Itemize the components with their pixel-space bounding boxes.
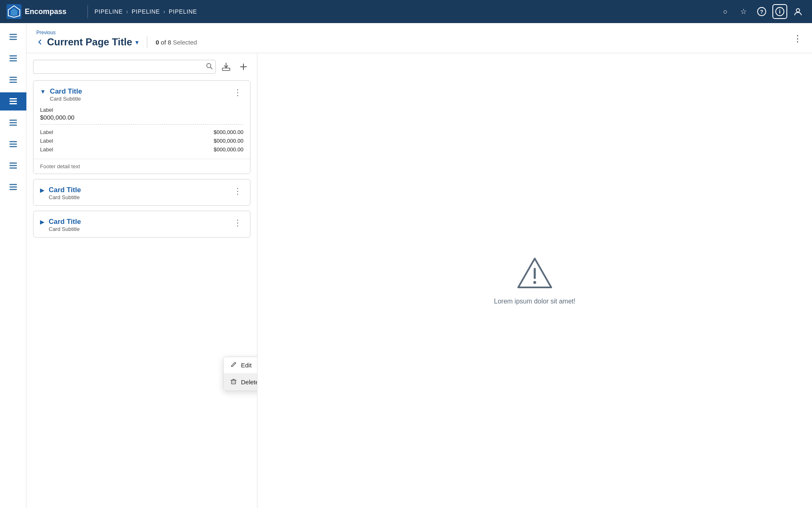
card-1-row-2-value: $000,000.00	[214, 138, 243, 144]
svg-rect-23	[9, 141, 17, 142]
card-1-body: Label $000,000.00 Label $000,000.00 Labe…	[33, 107, 250, 159]
svg-rect-16	[9, 82, 17, 83]
selection-selected-text: Selected	[173, 39, 197, 46]
svg-line-33	[210, 67, 212, 69]
svg-rect-27	[9, 165, 17, 166]
page-title-row: Current Page Title ▾ 0 of 8 Selected	[36, 36, 197, 48]
breadcrumb-item-2[interactable]: PIPELINE	[132, 8, 160, 15]
card-2-header-left: ▶ Card Title Card Subtitle	[40, 186, 81, 200]
context-menu-edit[interactable]: Edit	[224, 357, 257, 373]
svg-rect-30	[9, 186, 17, 188]
svg-rect-12	[9, 58, 17, 59]
sidebar-item-2[interactable]	[4, 49, 22, 68]
title-divider	[147, 36, 147, 48]
sidebar-item-6[interactable]	[4, 135, 22, 153]
sidebar-item-3[interactable]	[4, 71, 22, 89]
selection-info: 0 of 8 Selected	[156, 39, 197, 46]
sidebar-item-7[interactable]	[4, 157, 22, 175]
search-input[interactable]	[33, 60, 216, 74]
svg-rect-26	[9, 162, 17, 164]
breadcrumb-item-1[interactable]: PIPELINE	[94, 8, 123, 15]
search-toolbar	[33, 60, 250, 74]
warning-text: Lorem ipsum dolor sit amet!	[494, 298, 575, 305]
card-1-row-3-label: Label	[40, 146, 53, 153]
context-menu: Edit Delete ☞	[223, 357, 257, 391]
info-nav-button[interactable]: i	[772, 4, 787, 19]
card-1-row-2-label: Label	[40, 138, 53, 144]
table-row: Label $000,000.00	[40, 145, 243, 154]
card-1-title-block: Card Title Card Subtitle	[50, 87, 82, 102]
svg-rect-21	[9, 122, 17, 123]
sidebar-item-5[interactable]	[4, 114, 22, 132]
card-1-row-1-value: $000,000.00	[214, 129, 243, 135]
search-icon-button[interactable]	[206, 63, 212, 71]
table-row: Label $000,000.00	[40, 128, 243, 136]
card-3-more-button[interactable]: ⋮	[232, 218, 243, 228]
card-2-title-block: Card Title Card Subtitle	[49, 186, 81, 200]
left-sidebar	[0, 23, 26, 508]
page-header-top: Previous Current Page Title ▾ 0 of 8	[36, 30, 802, 53]
card-1-more-button[interactable]: ⋮	[232, 87, 243, 97]
previous-link[interactable]: Previous	[36, 30, 197, 35]
breadcrumb-item-3[interactable]: PIPELINE	[169, 8, 197, 15]
svg-rect-13	[9, 60, 17, 61]
svg-rect-8	[9, 34, 17, 35]
left-panel: ▼ Card Title Card Subtitle ⋮ Label $000,…	[26, 53, 257, 508]
card-2-expand-icon[interactable]: ▶	[40, 187, 45, 193]
export-button[interactable]	[219, 60, 233, 74]
selection-of: of	[161, 39, 168, 46]
user-nav-button[interactable]	[791, 4, 805, 19]
svg-rect-17	[9, 98, 17, 99]
svg-rect-24	[9, 143, 17, 145]
context-menu-delete[interactable]: Delete ☞	[224, 373, 257, 390]
nav-icons: ○ ☆ ? i	[718, 4, 805, 19]
top-nav: Encompass PIPELINE › PIPELINE › PIPELINE…	[0, 0, 812, 23]
svg-text:i: i	[779, 8, 781, 15]
warning-icon-wrap	[516, 256, 553, 291]
card-2-header: ▶ Card Title Card Subtitle ⋮	[33, 179, 250, 205]
warning-triangle-icon	[516, 256, 553, 289]
svg-rect-11	[9, 55, 17, 56]
card-2-subtitle: Card Subtitle	[49, 194, 81, 200]
svg-rect-28	[9, 167, 17, 169]
svg-rect-25	[9, 146, 17, 147]
add-button[interactable]	[236, 60, 250, 74]
card-1-title: Card Title	[50, 87, 82, 96]
card-1-divider	[40, 124, 243, 125]
page-header: Previous Current Page Title ▾ 0 of 8	[26, 23, 812, 53]
page-title: Current Page Title	[47, 36, 132, 48]
selection-total: 8	[168, 39, 171, 46]
card-2-title: Card Title	[49, 186, 81, 194]
svg-rect-14	[9, 77, 17, 78]
page-header-more-button[interactable]: ⋮	[793, 33, 802, 44]
card-3-expand-icon[interactable]: ▶	[40, 219, 45, 225]
card-3-title-block: Card Title Card Subtitle	[49, 218, 81, 232]
svg-rect-22	[9, 125, 17, 126]
sidebar-item-1[interactable]	[4, 28, 22, 46]
svg-point-7	[796, 9, 800, 12]
card-1-row-3-value: $000,000.00	[214, 146, 243, 153]
favorites-nav-button[interactable]: ☆	[736, 4, 751, 19]
table-row: Label $000,000.00	[40, 136, 243, 145]
sidebar-item-8[interactable]	[4, 178, 22, 196]
help-nav-button[interactable]: ?	[754, 4, 769, 19]
svg-point-43	[533, 281, 536, 284]
card-2-more-button[interactable]: ⋮	[232, 186, 243, 196]
brand-name: Encompass	[25, 7, 66, 16]
card-1-expand-icon[interactable]: ▼	[40, 88, 46, 95]
svg-rect-20	[9, 120, 17, 121]
back-button[interactable]	[36, 38, 44, 46]
card-1-main-amount: $000,000.00	[40, 114, 243, 121]
svg-rect-31	[9, 189, 17, 190]
card-1-main-label: Label	[40, 107, 243, 113]
content-area: Previous Current Page Title ▾ 0 of 8	[26, 23, 812, 508]
search-nav-button[interactable]: ○	[718, 4, 733, 19]
card-1-header: ▼ Card Title Card Subtitle ⋮	[33, 81, 250, 107]
breadcrumb-sep-2: ›	[163, 8, 165, 15]
svg-rect-18	[9, 101, 17, 102]
main-layout: Previous Current Page Title ▾ 0 of 8	[0, 23, 812, 508]
selection-count: 0	[156, 39, 159, 46]
trash-icon	[230, 378, 237, 386]
page-title-dropdown-icon[interactable]: ▾	[135, 38, 139, 46]
sidebar-item-4-active[interactable]	[0, 92, 26, 111]
